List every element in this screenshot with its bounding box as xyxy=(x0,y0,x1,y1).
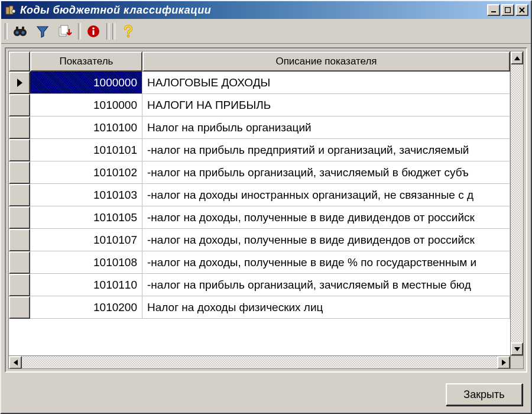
svg-rect-18 xyxy=(93,30,95,35)
scroll-track[interactable] xyxy=(22,356,497,368)
row-indicator xyxy=(9,72,30,94)
svg-rect-12 xyxy=(22,27,24,30)
row-indicator xyxy=(9,274,30,296)
minimize-button[interactable] xyxy=(487,4,500,16)
header-code[interactable]: Показатель xyxy=(30,51,142,72)
close-button[interactable]: Закрыть xyxy=(446,383,523,406)
scroll-corner xyxy=(511,355,523,368)
table-row[interactable]: 1010103-налог на доходы иностранных орга… xyxy=(9,184,510,206)
cell-code[interactable]: 1000000 xyxy=(30,72,142,94)
table-row[interactable]: 1010110-налог на прибыль организаций, за… xyxy=(9,274,510,296)
table-row[interactable]: 1010107-налог на доходы, полученные в ви… xyxy=(9,229,510,251)
table-row[interactable]: 1000000НАЛОГОВЫЕ ДОХОДЫ xyxy=(9,72,510,94)
svg-point-2 xyxy=(12,9,15,13)
svg-point-20 xyxy=(128,35,129,36)
cell-code[interactable]: 1010105 xyxy=(30,206,142,229)
toolbar-separator xyxy=(77,22,82,41)
cell-code[interactable]: 1010101 xyxy=(30,139,142,161)
export-icon xyxy=(57,24,73,38)
table-row[interactable]: 1010200Налог на доходы физических лиц xyxy=(9,296,510,319)
export-button[interactable] xyxy=(54,21,76,41)
svg-rect-13 xyxy=(18,29,22,31)
cell-code[interactable]: 1010200 xyxy=(30,296,142,319)
maximize-button[interactable] xyxy=(501,4,514,16)
table-row[interactable]: 1010100Налог на прибыль организаций xyxy=(9,117,510,139)
cell-desc[interactable]: НАЛОГОВЫЕ ДОХОДЫ xyxy=(142,72,510,94)
svg-rect-11 xyxy=(16,27,18,30)
scroll-track[interactable] xyxy=(511,64,523,342)
toolbar-grip xyxy=(111,22,116,41)
cell-desc[interactable]: Налог на прибыль организаций xyxy=(142,117,510,139)
window-title: Коды бюджетной классификации xyxy=(20,4,487,17)
table-row[interactable]: 1010108-налог на доходы, полученные в ви… xyxy=(9,251,510,274)
cell-desc[interactable]: НАЛОГИ НА ПРИБЫЛЬ xyxy=(142,94,510,117)
find-button[interactable] xyxy=(9,21,31,41)
vertical-scrollbar[interactable] xyxy=(510,51,523,368)
svg-point-17 xyxy=(92,27,95,30)
toolbar-grip xyxy=(4,22,8,41)
cell-code[interactable]: 1010108 xyxy=(30,251,142,274)
cell-desc[interactable]: -налог на прибыль предприятий и организа… xyxy=(142,139,510,161)
row-indicator xyxy=(9,296,30,319)
info-icon xyxy=(86,24,100,38)
toolbar-separator xyxy=(105,22,110,41)
row-indicator xyxy=(9,229,30,251)
table-row[interactable]: 1010105-налог на доходы, полученные в ви… xyxy=(9,206,510,229)
binoculars-icon xyxy=(12,24,28,38)
cell-code[interactable]: 1010110 xyxy=(30,274,142,296)
header-stub xyxy=(9,51,30,72)
close-window-button[interactable] xyxy=(515,4,528,16)
row-indicator xyxy=(9,206,30,229)
table-row[interactable]: 1010000НАЛОГИ НА ПРИБЫЛЬ xyxy=(9,94,510,117)
app-window: Коды бюджетной классификации xyxy=(0,0,532,414)
scroll-down-button[interactable] xyxy=(511,342,523,355)
cell-code[interactable]: 1010100 xyxy=(30,117,142,139)
toolbar xyxy=(1,19,531,44)
grid-header: Показатель Описание показателя xyxy=(9,51,510,72)
cell-desc[interactable]: -налог на доходы иностранных организаций… xyxy=(142,184,510,206)
row-indicator xyxy=(9,161,30,184)
cell-desc[interactable]: -налог на доходы, полученные в виде диви… xyxy=(142,229,510,251)
cell-desc[interactable]: -налог на доходы, полученные в виде диви… xyxy=(142,206,510,229)
app-icon xyxy=(5,5,17,15)
row-indicator xyxy=(9,117,30,139)
cell-desc[interactable]: Налог на доходы физических лиц xyxy=(142,296,510,319)
bottom-bar: Закрыть xyxy=(1,376,531,413)
svg-rect-3 xyxy=(491,11,496,12)
horizontal-scrollbar[interactable] xyxy=(9,355,510,368)
help-button[interactable] xyxy=(117,21,138,41)
svg-rect-4 xyxy=(505,8,511,13)
svg-rect-0 xyxy=(6,7,9,14)
header-desc[interactable]: Описание показателя xyxy=(142,51,510,72)
info-button[interactable] xyxy=(83,21,104,41)
table-row[interactable]: 1010101-налог на прибыль предприятий и о… xyxy=(9,139,510,161)
cell-desc[interactable]: -налог на доходы, полученные в виде % по… xyxy=(142,251,510,274)
filter-icon xyxy=(35,24,50,38)
svg-point-9 xyxy=(16,31,19,34)
cell-code[interactable]: 1010000 xyxy=(30,94,142,117)
scroll-up-button[interactable] xyxy=(511,51,523,64)
filter-button[interactable] xyxy=(32,21,53,41)
content-frame: Показатель Описание показателя 1000000НА… xyxy=(5,47,527,373)
row-indicator xyxy=(9,94,30,117)
cell-code[interactable]: 1010107 xyxy=(30,229,142,251)
title-buttons xyxy=(487,4,528,16)
data-grid[interactable]: Показатель Описание показателя 1000000НА… xyxy=(8,51,524,369)
scroll-left-button[interactable] xyxy=(9,356,22,368)
help-icon xyxy=(121,24,135,38)
row-indicator xyxy=(9,251,30,274)
scroll-right-button[interactable] xyxy=(497,356,510,368)
cell-desc[interactable]: -налог на прибыль организаций, зачисляем… xyxy=(142,161,510,184)
cell-desc[interactable]: -налог на прибыль организаций, зачисляем… xyxy=(142,274,510,296)
current-row-marker-icon xyxy=(17,79,22,87)
svg-point-10 xyxy=(22,31,25,34)
row-indicator xyxy=(9,139,30,161)
table-row[interactable]: 1010102-налог на прибыль организаций, за… xyxy=(9,161,510,184)
titlebar[interactable]: Коды бюджетной классификации xyxy=(1,1,531,19)
cell-code[interactable]: 1010103 xyxy=(30,184,142,206)
cell-code[interactable]: 1010102 xyxy=(30,161,142,184)
grid-body[interactable]: 1000000НАЛОГОВЫЕ ДОХОДЫ1010000НАЛОГИ НА … xyxy=(9,72,510,355)
row-indicator xyxy=(9,184,30,206)
